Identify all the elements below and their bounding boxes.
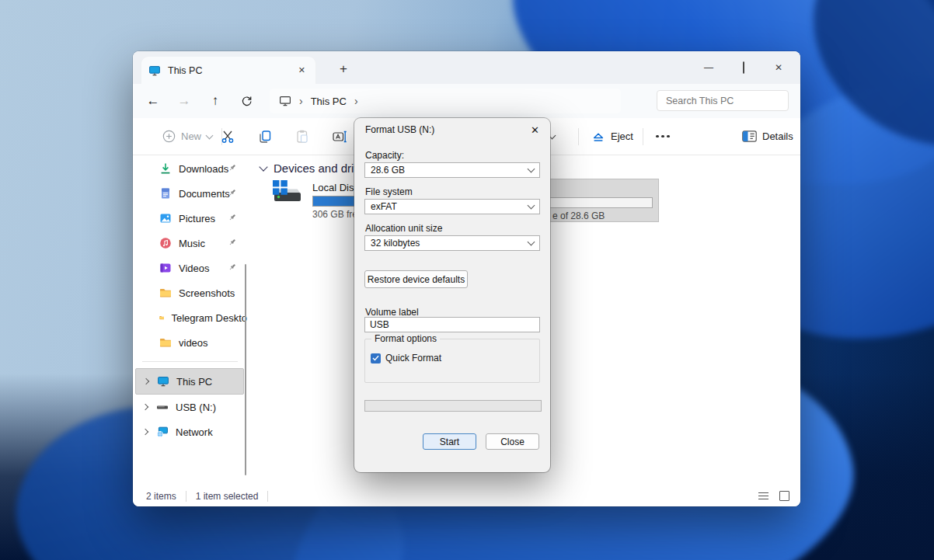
sidebar-item-this-pc[interactable]: This PC bbox=[135, 368, 244, 395]
breadcrumb-this-pc[interactable]: This PC bbox=[311, 96, 347, 107]
breadcrumb-separator: › bbox=[299, 95, 303, 107]
pictures-icon bbox=[159, 212, 172, 224]
sidebar-item-pictures[interactable]: Pictures bbox=[133, 206, 247, 231]
maximize-icon bbox=[743, 61, 744, 74]
breadcrumb-separator: › bbox=[354, 95, 358, 107]
folder-icon bbox=[159, 287, 172, 299]
maximize-button[interactable] bbox=[733, 62, 755, 73]
sidebar-item-videos[interactable]: Videos bbox=[133, 256, 247, 280]
capacity-value: 28.6 GB bbox=[371, 165, 405, 176]
drive-usage-bar bbox=[536, 197, 653, 208]
details-button[interactable]: Details bbox=[742, 118, 793, 155]
toolbar-divider bbox=[578, 128, 579, 145]
dialog-close-icon[interactable]: ✕ bbox=[531, 124, 539, 136]
copy-button[interactable] bbox=[251, 118, 279, 155]
sidebar-item-label: Videos bbox=[179, 263, 210, 274]
details-pane-icon bbox=[742, 130, 757, 142]
pin-icon bbox=[228, 263, 237, 272]
cut-button[interactable] bbox=[214, 118, 242, 155]
allocation-select[interactable]: 32 kilobytes bbox=[364, 235, 540, 251]
quick-format-checkbox[interactable] bbox=[371, 353, 381, 363]
items-count: 2 items bbox=[146, 491, 176, 502]
more-options-icon bbox=[656, 135, 670, 138]
navigation-pane: Downloads Documents bbox=[133, 155, 247, 485]
sidebar-item-label: Music bbox=[179, 238, 205, 249]
sidebar-item-label: USB (N:) bbox=[176, 402, 216, 413]
expand-chevron-icon[interactable] bbox=[143, 378, 149, 384]
toolbar-divider bbox=[643, 128, 643, 145]
new-label: New bbox=[181, 130, 201, 142]
pin-icon bbox=[228, 213, 237, 222]
allocation-label: Allocation unit size bbox=[365, 223, 442, 234]
pin-icon bbox=[228, 238, 237, 247]
format-dialog: Format USB (N:) ✕ Capacity: 28.6 GB File… bbox=[354, 118, 550, 472]
forward-button[interactable]: → bbox=[169, 88, 200, 114]
music-icon bbox=[159, 237, 172, 249]
selection-count: 1 item selected bbox=[196, 491, 259, 502]
sidebar-item-documents[interactable]: Documents bbox=[133, 181, 247, 206]
minimize-button[interactable]: — bbox=[698, 62, 720, 73]
tab-close-icon[interactable]: ✕ bbox=[295, 64, 308, 77]
sidebar-item-screenshots[interactable]: Screenshots bbox=[133, 280, 247, 305]
new-button[interactable]: New bbox=[162, 118, 212, 155]
sidebar-item-label: Telegram Deskto bbox=[171, 312, 247, 324]
format-progress-bar bbox=[364, 400, 542, 412]
drive-free-space: e of 28.6 GB bbox=[552, 210, 605, 221]
rename-button[interactable] bbox=[326, 118, 354, 155]
sidebar-item-label: Pictures bbox=[179, 213, 215, 224]
search-box[interactable] bbox=[657, 90, 789, 111]
local-disk-icon bbox=[270, 180, 303, 208]
start-button[interactable]: Start bbox=[423, 433, 476, 450]
details-view-icon[interactable] bbox=[758, 492, 768, 500]
search-input[interactable] bbox=[657, 96, 791, 106]
details-label: Details bbox=[762, 130, 793, 142]
pin-icon bbox=[228, 188, 237, 197]
sidebar-item-usb-drive[interactable]: USB (N:) bbox=[133, 395, 247, 419]
downloads-icon bbox=[159, 162, 172, 175]
breadcrumb-pc-icon bbox=[279, 95, 291, 107]
chevron-down-icon bbox=[206, 131, 214, 139]
new-tab-button[interactable]: + bbox=[333, 59, 354, 79]
network-icon bbox=[156, 426, 169, 438]
navigation-bar: ← → ↑ › This PC › bbox=[133, 84, 800, 118]
collapse-chevron-icon[interactable] bbox=[259, 162, 267, 171]
format-options-group: Format options Quick Format bbox=[364, 339, 540, 383]
sidebar-item-videos-folder[interactable]: videos bbox=[133, 330, 247, 355]
icons-view-icon[interactable] bbox=[779, 491, 789, 501]
sidebar-item-label: Screenshots bbox=[179, 287, 235, 299]
pin-icon bbox=[228, 163, 237, 172]
more-options-button[interactable] bbox=[652, 118, 674, 155]
dialog-title-bar[interactable]: Format USB (N:) ✕ bbox=[354, 118, 550, 141]
expand-chevron-icon[interactable] bbox=[142, 429, 148, 435]
expand-chevron-icon[interactable] bbox=[142, 404, 148, 410]
sidebar-item-network[interactable]: Network bbox=[133, 419, 247, 444]
quick-format-row[interactable]: Quick Format bbox=[371, 353, 441, 363]
back-button[interactable]: ← bbox=[138, 88, 169, 114]
sidebar-item-telegram-desktop[interactable]: Telegram Deskto bbox=[133, 305, 247, 330]
close-button[interactable]: Close bbox=[486, 433, 539, 450]
sidebar-item-music[interactable]: Music bbox=[133, 231, 247, 256]
filesystem-select[interactable]: exFAT bbox=[364, 199, 540, 214]
volume-label-input[interactable] bbox=[364, 317, 540, 332]
window-controls: — ✕ bbox=[698, 51, 796, 84]
capacity-label: Capacity: bbox=[365, 150, 404, 161]
breadcrumb[interactable]: › This PC › bbox=[270, 89, 621, 113]
sidebar-item-label: Documents bbox=[179, 188, 230, 200]
up-button[interactable]: ↑ bbox=[200, 88, 231, 114]
paste-button[interactable] bbox=[288, 118, 316, 155]
copy-icon bbox=[257, 129, 273, 144]
sidebar-item-label: videos bbox=[179, 337, 208, 349]
restore-defaults-button[interactable]: Restore device defaults bbox=[364, 270, 468, 288]
chevron-down-icon bbox=[528, 165, 535, 173]
tab-this-pc[interactable]: This PC ✕ bbox=[141, 57, 316, 84]
rename-icon bbox=[332, 129, 347, 144]
sidebar-item-label: Downloads bbox=[179, 163, 228, 175]
eject-button[interactable]: Eject bbox=[591, 118, 633, 155]
desktop: This PC ✕ + — ✕ ← → ↑ bbox=[0, 0, 934, 560]
refresh-button[interactable] bbox=[231, 88, 262, 114]
capacity-select[interactable]: 28.6 GB bbox=[364, 162, 540, 178]
sidebar-scrollbar[interactable] bbox=[245, 264, 247, 475]
sidebar-item-downloads[interactable]: Downloads bbox=[133, 156, 247, 181]
documents-icon bbox=[159, 187, 172, 200]
close-button[interactable]: ✕ bbox=[768, 62, 789, 73]
